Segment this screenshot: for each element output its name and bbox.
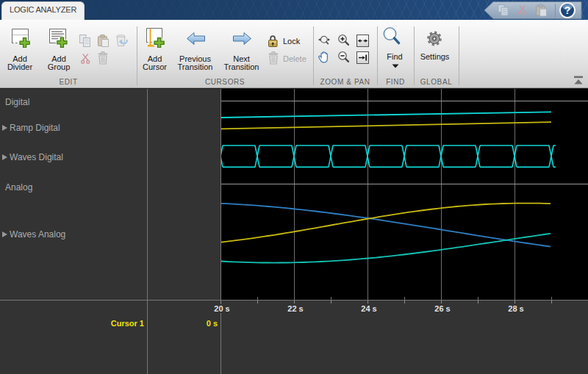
svg-text:?: ? [564,4,571,16]
